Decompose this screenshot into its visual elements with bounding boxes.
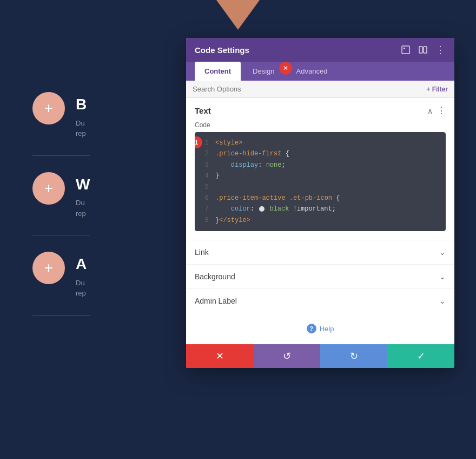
code-line-3: 3 display: none; — [201, 160, 439, 171]
item-text-1: B Durep — [76, 92, 87, 139]
code-line-5: 5 — [201, 182, 439, 193]
item-title-3: A — [76, 255, 87, 273]
admin-label-section: Admin Label ⌄ — [186, 288, 454, 313]
item-title-2: W — [76, 175, 90, 194]
code-editor-wrapper: 1 1 <style> 2 .price-hide-first { 3 disp… — [195, 132, 446, 231]
add-button-2[interactable]: + — [32, 172, 65, 205]
code-line-7: 7 color: black !important; — [201, 204, 439, 214]
background-section-title: Background — [195, 272, 235, 281]
background-chevron-icon: ⌄ — [439, 272, 446, 281]
columns-icon[interactable] — [418, 44, 428, 55]
modal-title: Code Settings — [195, 45, 249, 55]
plus-icon: + — [44, 260, 53, 276]
modal-footer: ✕ ↺ ↻ ✓ — [186, 344, 454, 368]
search-input[interactable] — [193, 85, 426, 93]
svg-rect-0 — [402, 46, 409, 54]
cancel-button[interactable]: ✕ — [186, 344, 253, 368]
redo-icon: ↻ — [350, 350, 358, 362]
item-desc-1: Durep — [76, 118, 87, 139]
code-line-4: 4 } — [201, 171, 439, 181]
list-item: + W Durep — [32, 156, 90, 236]
code-line-6: 6 .price-item-active .et-pb-icon { — [201, 193, 439, 204]
background-section: Background ⌄ — [186, 264, 454, 288]
plus-icon: + — [44, 181, 53, 196]
admin-label-chevron-icon: ⌄ — [439, 297, 446, 305]
code-label: Code — [186, 121, 454, 132]
admin-label-section-header[interactable]: Admin Label ⌄ — [186, 289, 454, 313]
modal-header: Code Settings ⋮ — [186, 38, 454, 62]
filter-button[interactable]: + Filter — [426, 86, 448, 93]
modal-close-badge[interactable]: ✕ — [279, 62, 292, 75]
section-dots-icon[interactable]: ⋮ — [437, 106, 446, 116]
section-icons: ∧ ⋮ — [427, 106, 446, 116]
undo-button[interactable]: ↺ — [253, 344, 320, 368]
list-item: + B Durep — [32, 76, 90, 156]
add-button-3[interactable]: + — [32, 252, 65, 284]
modal-panel: Code Settings ⋮ Content — [186, 38, 454, 368]
code-line-1: 1 <style> — [201, 137, 439, 148]
cancel-icon: ✕ — [216, 350, 224, 362]
tabs-bar: Content Design Advanced — [186, 62, 454, 81]
link-section-header[interactable]: Link ⌄ — [186, 240, 454, 264]
left-content-items: + B Durep + W Durep + A Durep — [32, 76, 90, 316]
undo-icon: ↺ — [283, 350, 291, 362]
help-text[interactable]: Help — [320, 325, 334, 333]
code-line-2: 2 .price-hide-first { — [201, 148, 439, 159]
modal-header-icons: ⋮ — [400, 44, 446, 55]
svg-rect-2 — [419, 47, 422, 53]
background-section-header[interactable]: Background ⌄ — [186, 265, 454, 288]
list-item: + A Durep — [32, 235, 90, 316]
settings-icon[interactable] — [400, 44, 411, 55]
background: + B Durep + W Durep + A Durep — [0, 0, 476, 459]
text-section-header[interactable]: Text ∧ ⋮ — [186, 98, 454, 121]
save-icon: ✓ — [417, 350, 425, 362]
tab-content[interactable]: Content — [195, 62, 241, 81]
tab-design[interactable]: Design — [243, 62, 284, 81]
search-bar: + Filter — [186, 81, 454, 98]
chevron-up-icon: ∧ — [427, 107, 433, 115]
link-chevron-icon: ⌄ — [439, 248, 446, 257]
add-button-1[interactable]: + — [32, 92, 65, 124]
item-desc-3: Durep — [76, 278, 87, 299]
link-section-title: Link — [195, 248, 209, 257]
modal-content: Text ∧ ⋮ Code 1 1 <style> 2 .price-hide-… — [186, 98, 454, 344]
svg-rect-3 — [424, 47, 427, 53]
item-text-3: A Durep — [76, 252, 87, 299]
help-section: ? Help — [186, 313, 454, 344]
more-icon[interactable]: ⋮ — [435, 44, 446, 55]
code-editor[interactable]: 1 <style> 2 .price-hide-first { 3 displa… — [195, 132, 446, 231]
redo-button[interactable]: ↻ — [320, 344, 387, 368]
svg-rect-1 — [404, 48, 405, 49]
help-icon: ? — [307, 324, 316, 333]
top-triangle — [216, 0, 260, 30]
plus-icon: + — [44, 101, 53, 116]
tab-advanced[interactable]: Advanced — [287, 62, 338, 81]
item-text-2: W Durep — [76, 172, 90, 219]
item-desc-2: Durep — [76, 198, 90, 219]
code-line-8: 8 }</style> — [201, 215, 439, 226]
admin-label-section-title: Admin Label — [195, 297, 237, 305]
item-title-1: B — [76, 95, 87, 114]
save-button[interactable]: ✓ — [387, 344, 454, 368]
link-section: Link ⌄ — [186, 240, 454, 264]
text-section-title: Text — [195, 106, 211, 115]
